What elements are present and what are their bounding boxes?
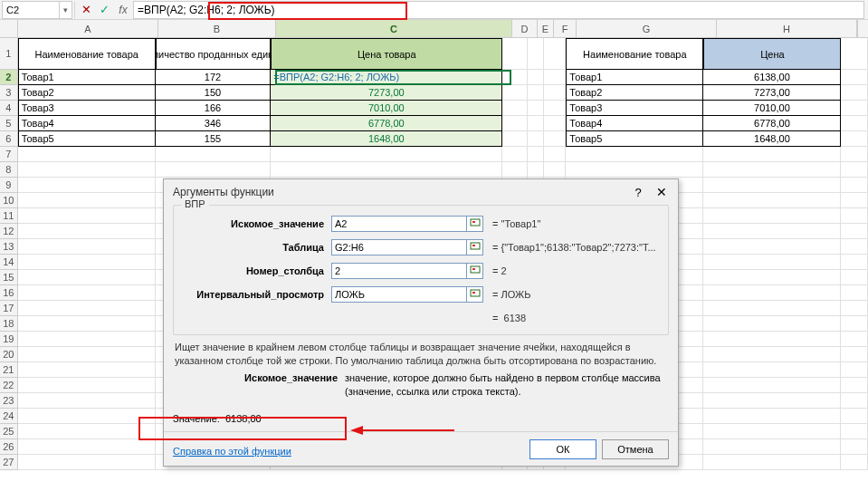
- dialog-func-name: ВПР: [181, 198, 209, 209]
- svg-rect-3: [472, 245, 475, 246]
- arg-label: Номер_столбца: [181, 265, 331, 276]
- arg-input-1[interactable]: [331, 239, 467, 255]
- col-header-G[interactable]: G: [577, 20, 717, 37]
- hdr-H1[interactable]: Цена: [703, 38, 841, 70]
- cell-C3[interactable]: 7273,00: [271, 85, 502, 101]
- row-header-26[interactable]: 26: [0, 439, 18, 455]
- row-header-24[interactable]: 24: [0, 409, 18, 424]
- range-picker-icon[interactable]: [467, 216, 483, 232]
- row-header-13[interactable]: 13: [0, 239, 18, 255]
- row-header-25[interactable]: 25: [0, 424, 18, 439]
- col-header-B[interactable]: B: [158, 20, 276, 37]
- cell-B5[interactable]: 346: [156, 116, 272, 131]
- cell-A5[interactable]: Товар4: [18, 116, 156, 131]
- row-header-17[interactable]: 17: [0, 301, 18, 316]
- arg-result: = {"Товар1";6138:"Товар2";7273:"Т...: [492, 242, 656, 253]
- name-box-dropdown[interactable]: ▾: [60, 1, 72, 19]
- hdr-G1[interactable]: Наименование товара: [566, 38, 703, 70]
- dialog-close-button[interactable]: ✕: [653, 183, 671, 201]
- cell-G5[interactable]: Товар4: [566, 116, 703, 131]
- arg-label: Таблица: [181, 242, 331, 253]
- cancel-formula-icon[interactable]: ✕: [77, 1, 95, 19]
- hdr-C1[interactable]: Цена товара: [271, 38, 502, 70]
- cell-G3[interactable]: Товар2: [566, 85, 703, 101]
- svg-rect-5: [472, 268, 475, 270]
- row-header-5[interactable]: 5: [0, 116, 18, 131]
- cell-B6[interactable]: 155: [156, 131, 272, 147]
- arg-result: = "Товар1": [492, 218, 540, 229]
- col-header-F[interactable]: F: [554, 20, 577, 37]
- svg-rect-7: [472, 292, 475, 294]
- cancel-button[interactable]: Отмена: [602, 439, 669, 459]
- row-header-4[interactable]: 4: [0, 101, 18, 116]
- range-picker-icon[interactable]: [467, 286, 483, 303]
- range-picker-icon[interactable]: [467, 239, 483, 255]
- row-header-22[interactable]: 22: [0, 378, 18, 393]
- function-arguments-dialog: Аргументы функции ? ✕ ВПР Искомое_значен…: [163, 178, 679, 467]
- ok-button[interactable]: ОК: [529, 439, 596, 459]
- row-header-10[interactable]: 10: [0, 193, 18, 208]
- col-header-E[interactable]: E: [538, 20, 554, 37]
- col-header-D[interactable]: D: [512, 20, 538, 37]
- row-header-20[interactable]: 20: [0, 347, 18, 362]
- row-header-2[interactable]: 2: [0, 70, 18, 85]
- arg-result: = ЛОЖЬ: [492, 289, 530, 300]
- row-header-15[interactable]: 15: [0, 270, 18, 285]
- hdr-A1[interactable]: Наименование товара: [18, 38, 156, 70]
- cell-C6[interactable]: 1648,00: [271, 131, 502, 147]
- row-header-1[interactable]: 1: [0, 38, 18, 70]
- svg-rect-1: [472, 221, 475, 223]
- select-all-corner[interactable]: [0, 20, 18, 37]
- row-header-27[interactable]: 27: [0, 455, 18, 470]
- arg-result: = 2: [492, 265, 507, 276]
- cell-G2[interactable]: Товар1: [566, 70, 703, 85]
- cell-C2[interactable]: =ВПР(A2; G2:H6; 2; ЛОЖЬ): [271, 70, 502, 85]
- row-header-6[interactable]: 6: [0, 131, 18, 147]
- col-header-A[interactable]: A: [18, 20, 158, 37]
- row-header-11[interactable]: 11: [0, 208, 18, 224]
- row-header-21[interactable]: 21: [0, 362, 18, 378]
- hdr-B1[interactable]: Количество проданных единиц: [156, 38, 272, 70]
- cell-G6[interactable]: Товар5: [566, 131, 703, 147]
- cell-A4[interactable]: Товар3: [18, 101, 156, 116]
- cell-A2[interactable]: Товар1: [18, 70, 156, 85]
- arg-label: Искомое_значение: [181, 218, 331, 229]
- overall-result: = 6138: [492, 313, 526, 323]
- arg-input-0[interactable]: [331, 216, 467, 232]
- cell-A6[interactable]: Товар5: [18, 131, 156, 147]
- cell-B2[interactable]: 172: [156, 70, 272, 85]
- formula-input[interactable]: =ВПР(A2; G2:H6; 2; ЛОЖЬ): [133, 1, 864, 19]
- col-header-C[interactable]: C: [276, 20, 512, 37]
- dialog-help-button[interactable]: ?: [629, 183, 647, 201]
- row-header-16[interactable]: 16: [0, 285, 18, 301]
- arg-row-2: Номер_столбца= 2: [181, 260, 661, 282]
- cell-B4[interactable]: 166: [156, 101, 272, 116]
- row-header-19[interactable]: 19: [0, 332, 18, 347]
- col-header-H[interactable]: H: [717, 20, 857, 37]
- cell-H4[interactable]: 7010,00: [703, 101, 841, 116]
- column-headers: ABCDEFGH: [0, 20, 868, 38]
- cell-B3[interactable]: 150: [156, 85, 272, 101]
- fx-icon[interactable]: fx: [113, 4, 133, 16]
- cell-C4[interactable]: 7010,00: [271, 101, 502, 116]
- name-box[interactable]: C2: [2, 1, 60, 19]
- accept-formula-icon[interactable]: ✓: [95, 1, 113, 19]
- cell-H2[interactable]: 6138,00: [703, 70, 841, 85]
- arg-input-3[interactable]: [331, 286, 467, 303]
- row-header-8[interactable]: 8: [0, 162, 18, 178]
- row-header-23[interactable]: 23: [0, 393, 18, 409]
- arg-input-2[interactable]: [331, 263, 467, 279]
- cell-G4[interactable]: Товар3: [566, 101, 703, 116]
- row-header-9[interactable]: 9: [0, 178, 18, 193]
- cell-H5[interactable]: 6778,00: [703, 116, 841, 131]
- cell-A3[interactable]: Товар2: [18, 85, 156, 101]
- cell-C5[interactable]: 6778,00: [271, 116, 502, 131]
- row-header-12[interactable]: 12: [0, 224, 18, 239]
- range-picker-icon[interactable]: [467, 263, 483, 279]
- cell-H3[interactable]: 7273,00: [703, 85, 841, 101]
- cell-H6[interactable]: 1648,00: [703, 131, 841, 147]
- row-header-14[interactable]: 14: [0, 255, 18, 270]
- row-header-7[interactable]: 7: [0, 147, 18, 162]
- row-header-3[interactable]: 3: [0, 85, 18, 101]
- row-header-18[interactable]: 18: [0, 316, 18, 332]
